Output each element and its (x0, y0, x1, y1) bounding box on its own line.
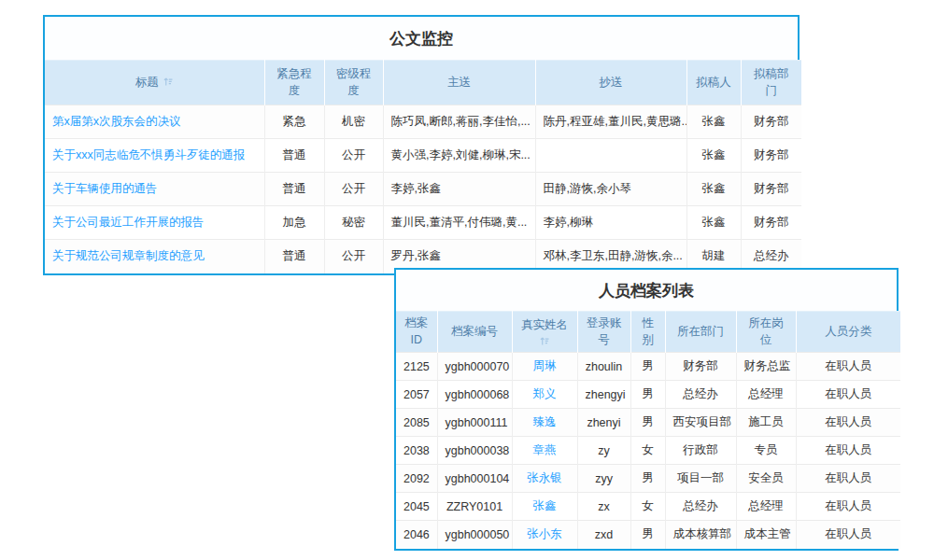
drafter-cell: 张鑫 (686, 173, 741, 206)
archive-id-cell: 2038 (396, 437, 437, 465)
col-header-post: 所在岗位 (736, 312, 796, 353)
archive-code-cell: ygbh000111 (437, 409, 512, 437)
document-monitor-panel: 公文监控 标题 紧急程度 密级程度 主送 抄送 拟稿人 拟稿部门 第x届第x次股… (43, 15, 800, 275)
archive-code-cell: ygbh000070 (437, 353, 512, 381)
archive-id-cell: 2092 (396, 465, 437, 493)
table-row: 关于xxx同志临危不惧勇斗歹徒的通报 普通 公开 黄小强,李婷,刘健,柳琳,宋.… (45, 139, 801, 173)
draft-dept-cell: 财务部 (741, 139, 801, 173)
category-cell: 在职人员 (796, 465, 900, 493)
table-row: 关于公司最近工作开展的报告 加急 秘密 董川民,董清平,付伟璐,黄... 李婷,… (45, 206, 801, 240)
login-account-cell: zx (577, 493, 630, 521)
col-header-real-name-label: 真实姓名 (521, 318, 568, 331)
post-cell: 施工员 (736, 409, 796, 437)
secrecy-cell: 公开 (324, 240, 383, 273)
cc-cell: 田静,游恢,余小琴 (535, 173, 686, 206)
category-cell: 在职人员 (796, 437, 900, 465)
doc-title-link[interactable]: 关于公司最近工作开展的报告 (45, 206, 264, 240)
department-cell: 行政部 (665, 437, 736, 465)
doc-header-row: 标题 紧急程度 密级程度 主送 抄送 拟稿人 拟稿部门 (45, 61, 801, 105)
col-header-doc-title-label: 标题 (135, 76, 159, 89)
login-account-cell: zhenyi (577, 409, 630, 437)
category-cell: 在职人员 (796, 381, 900, 409)
draft-dept-cell: 财务部 (741, 206, 801, 240)
archive-code-cell: ygbh000104 (437, 465, 512, 493)
main-to-cell: 李婷,张鑫 (383, 173, 535, 206)
col-header-login-account: 登录账号 (577, 312, 630, 353)
archive-id-cell: 2085 (396, 409, 437, 437)
post-cell: 专员 (736, 437, 796, 465)
doc-title-link[interactable]: 关于xxx同志临危不惧勇斗歹徒的通报 (45, 139, 264, 173)
post-cell: 财务总监 (736, 353, 796, 381)
real-name-link[interactable]: 张永银 (512, 465, 577, 493)
draft-dept-cell: 财务部 (741, 105, 801, 139)
login-account-cell: zhoulin (577, 353, 630, 381)
login-account-cell: zxd (577, 521, 630, 549)
cc-cell: 李婷,柳琳 (535, 206, 686, 240)
table-row: 2057 ygbh000068 郑义 zhengyi 男 总经办 总经理 在职人… (396, 381, 900, 409)
archive-code-cell: ygbh000068 (437, 381, 512, 409)
real-name-link[interactable]: 张鑫 (512, 493, 577, 521)
post-cell: 总经理 (736, 493, 796, 521)
col-header-urgency: 紧急程度 (264, 61, 324, 105)
doc-title-link[interactable]: 关于车辆使用的通告 (45, 173, 264, 206)
secrecy-cell: 公开 (324, 173, 383, 206)
secrecy-cell: 秘密 (324, 206, 383, 240)
drafter-cell: 张鑫 (686, 206, 741, 240)
col-header-real-name[interactable]: 真实姓名 (512, 312, 577, 353)
draft-dept-cell: 财务部 (741, 173, 801, 206)
col-header-department: 所在部门 (665, 312, 736, 353)
personnel-header-row: 档案ID 档案编号 真实姓名 登录账号 性别 所在部门 所在岗位 人员分类 (396, 312, 900, 353)
department-cell: 总经办 (665, 381, 736, 409)
gender-cell: 女 (630, 437, 665, 465)
department-cell: 财务部 (665, 353, 736, 381)
main-to-cell: 陈巧凤,断郎,蒋丽,李佳怡,... (383, 105, 535, 139)
archive-code-cell: ygbh000050 (437, 521, 512, 549)
archive-id-cell: 2045 (396, 493, 437, 521)
department-cell: 西安项目部 (665, 409, 736, 437)
urgency-cell: 紧急 (264, 105, 324, 139)
drafter-cell: 张鑫 (686, 139, 741, 173)
col-header-draft-dept: 拟稿部门 (741, 61, 801, 105)
urgency-cell: 普通 (264, 173, 324, 206)
doc-title-link[interactable]: 关于规范公司规章制度的意见 (45, 240, 264, 273)
archive-id-cell: 2125 (396, 353, 437, 381)
urgency-cell: 普通 (264, 240, 324, 273)
real-name-link[interactable]: 章燕 (512, 437, 577, 465)
real-name-link[interactable]: 周琳 (512, 353, 577, 381)
department-cell: 总经办 (665, 493, 736, 521)
real-name-link[interactable]: 臻逸 (512, 409, 577, 437)
login-account-cell: zy (577, 437, 630, 465)
personnel-archive-panel: 人员档案列表 档案ID 档案编号 真实姓名 登录账号 性别 所在部门 所在岗位 … (394, 268, 899, 551)
archive-code-cell: ygbh000038 (437, 437, 512, 465)
gender-cell: 女 (630, 493, 665, 521)
gender-cell: 男 (630, 353, 665, 381)
gender-cell: 男 (630, 381, 665, 409)
col-header-archive-id: 档案ID (396, 312, 437, 353)
category-cell: 在职人员 (796, 521, 900, 549)
real-name-link[interactable]: 郑义 (512, 381, 577, 409)
gender-cell: 男 (630, 409, 665, 437)
col-header-category: 人员分类 (796, 312, 900, 353)
sort-icon[interactable] (539, 335, 550, 346)
category-cell: 在职人员 (796, 353, 900, 381)
archive-id-cell: 2046 (396, 521, 437, 549)
login-account-cell: zyy (577, 465, 630, 493)
urgency-cell: 加急 (264, 206, 324, 240)
document-monitor-table: 标题 紧急程度 密级程度 主送 抄送 拟稿人 拟稿部门 第x届第x次股东会的决议… (45, 60, 801, 273)
post-cell: 成本主管 (736, 521, 796, 549)
post-cell: 安全员 (736, 465, 796, 493)
table-row: 2092 ygbh000104 张永银 zyy 男 项目一部 安全员 在职人员 (396, 465, 900, 493)
col-header-gender: 性别 (630, 312, 665, 353)
department-cell: 项目一部 (665, 465, 736, 493)
archive-code-cell: ZZRY0101 (437, 493, 512, 521)
table-row: 2085 ygbh000111 臻逸 zhenyi 男 西安项目部 施工员 在职… (396, 409, 900, 437)
doc-title-link[interactable]: 第x届第x次股东会的决议 (45, 105, 264, 139)
main-to-cell: 黄小强,李婷,刘健,柳琳,宋... (383, 139, 535, 173)
sort-icon[interactable] (163, 76, 174, 87)
col-header-doc-title[interactable]: 标题 (45, 61, 264, 105)
secrecy-cell: 机密 (324, 105, 383, 139)
real-name-link[interactable]: 张小东 (512, 521, 577, 549)
personnel-archive-table: 档案ID 档案编号 真实姓名 登录账号 性别 所在部门 所在岗位 人员分类 21… (396, 311, 900, 549)
category-cell: 在职人员 (796, 409, 900, 437)
col-header-drafter: 拟稿人 (686, 61, 741, 105)
